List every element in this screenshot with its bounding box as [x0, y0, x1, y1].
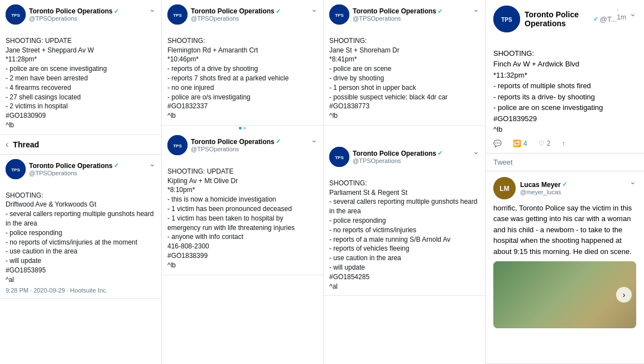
thread-verified-3: ✓	[438, 150, 443, 157]
heart-icon: ♡	[539, 140, 545, 147]
expanded-chevron[interactable]: ⌄	[629, 9, 636, 18]
thread-avatar-1: TPS	[6, 159, 26, 179]
expanded-verified: ✓	[593, 16, 598, 23]
thread-chevron-3[interactable]: ⌄	[473, 147, 479, 156]
dot-1	[239, 127, 242, 130]
retweet-count: 4	[523, 140, 527, 147]
chevron-2[interactable]: ⌄	[311, 4, 318, 13]
svg-text:TPS: TPS	[335, 155, 344, 160]
avatar-1: TPS	[6, 4, 26, 25]
chevron-3[interactable]: ⌄	[473, 4, 479, 13]
thread-verified-1: ✓	[114, 162, 119, 169]
thread-tweet-header-2: TPS Toronto Police Operations ✓ @TPSOper…	[167, 135, 318, 155]
tweet-item-1: TPS Toronto Police Operations ✓ @TPSOper…	[0, 0, 161, 135]
response-chevron[interactable]: ⌄	[629, 177, 636, 186]
tweet-header-1: TPS Toronto Police Operations ✓ @TPSOper…	[6, 4, 156, 25]
expanded-panel: TPS Toronto Police Operations ✓ @T...	[486, 0, 644, 364]
tweet-header-left-2: TPS Toronto Police Operations ✓ @TPSOper…	[167, 4, 281, 25]
reply-section: Tweet	[486, 154, 644, 171]
thread-tweet-header-left-3: TPS Toronto Police Operations ✓ @TPSOper…	[329, 147, 443, 167]
reply-action[interactable]: 💬	[493, 140, 502, 147]
response-verified: ✓	[562, 181, 567, 188]
svg-text:TPS: TPS	[11, 13, 20, 18]
image-placeholder	[493, 261, 636, 328]
tweet-column-1: TPS Toronto Police Operations ✓ @TPSOper…	[162, 0, 324, 364]
like-count: 2	[547, 140, 551, 147]
verified-badge-2: ✓	[276, 8, 281, 15]
thread-tweet-header-1: TPS Toronto Police Operations ✓ @TPSOper…	[6, 159, 156, 179]
verified-badge-3: ✓	[438, 8, 443, 15]
retweet-action[interactable]: 🔁 4	[513, 140, 527, 147]
thread-tweet-header-left-1: TPS Toronto Police Operations ✓ @TPSOper…	[6, 159, 119, 179]
tweet-header-left-3: TPS Toronto Police Operations ✓ @TPSOper…	[329, 4, 443, 25]
expanded-header: TPS Toronto Police Operations ✓ @T...	[493, 6, 636, 32]
expanded-account-name: Toronto Police Operations ✓ @T...	[525, 10, 617, 28]
retweet-icon: 🔁	[513, 140, 521, 147]
thread-avatar-3: TPS	[329, 147, 349, 167]
avatar-2: TPS	[167, 4, 188, 25]
expanded-account-info: Toronto Police Operations ✓ @T...	[525, 10, 617, 28]
share-icon: ↑	[561, 140, 565, 147]
thread-header: ‹ Thread	[0, 135, 161, 155]
response-image: ›	[493, 261, 636, 328]
avatar-3: TPS	[329, 4, 349, 25]
response-header-left: LM Lucas Meyer ✓ @meyer_lucas	[493, 177, 567, 199]
expanded-header-left: TPS Toronto Police Operations ✓ @T...	[493, 6, 617, 32]
account-name-1: Toronto Police Operations ✓	[29, 7, 119, 15]
thread-verified-2: ✓	[276, 138, 281, 145]
tweet-header-3: TPS Toronto Police Operations ✓ @TPSOper…	[329, 4, 479, 25]
thread-account-name-3: Toronto Police Operations ✓	[353, 150, 443, 157]
tweet-header-left-1: TPS Toronto Police Operations ✓ @TPSOper…	[6, 4, 119, 25]
thread-account-name-1: Toronto Police Operations ✓	[29, 162, 119, 170]
like-action[interactable]: ♡ 2	[539, 140, 551, 147]
thread-tweet-1: TPS Toronto Police Operations ✓ @TPSOper…	[0, 155, 161, 299]
thread-tweet-header-left-2: TPS Toronto Police Operations ✓ @TPSOper…	[167, 135, 281, 155]
account-handle-2: @TPSOperations	[191, 15, 281, 22]
account-handle-3: @TPSOperations	[353, 15, 443, 22]
expanded-avatar: TPS	[493, 6, 520, 32]
next-image-button[interactable]: ›	[616, 287, 632, 303]
thread-chevron-2[interactable]: ⌄	[311, 135, 318, 144]
tweet-column-2: TPS Toronto Police Operations ✓ @TPSOper…	[324, 0, 486, 364]
thread-account-info-1: Toronto Police Operations ✓ @TPSOperatio…	[29, 162, 119, 176]
account-name-2: Toronto Police Operations ✓	[191, 7, 281, 15]
thread-account-info-3: Toronto Police Operations ✓ @TPSOperatio…	[353, 150, 443, 164]
thread-title: Thread	[13, 140, 39, 149]
account-handle-1: @TPSOperations	[29, 15, 119, 22]
thread-chevron-1[interactable]: ⌄	[149, 159, 156, 168]
response-account-handle: @meyer_lucas	[520, 189, 567, 195]
response-header: LM Lucas Meyer ✓ @meyer_lucas ⌄	[493, 177, 636, 199]
thread-tweet-2: TPS Toronto Police Operations ✓ @TPSOper…	[162, 131, 323, 275]
account-info-1: Toronto Police Operations ✓ @TPSOperatio…	[29, 7, 119, 22]
chevron-down-icon-1[interactable]: ⌄	[149, 4, 156, 13]
thread-avatar-2: TPS	[167, 135, 188, 155]
thread-panel: TPS Toronto Police Operations ✓ @TPSOper…	[0, 0, 162, 364]
tweet-header-2: TPS Toronto Police Operations ✓ @TPSOper…	[167, 4, 318, 25]
response-tweet: LM Lucas Meyer ✓ @meyer_lucas ⌄	[486, 171, 644, 365]
main-container: TPS Toronto Police Operations ✓ @TPSOper…	[0, 0, 644, 364]
expanded-header-right: · 1m ⌄	[617, 6, 636, 21]
svg-text:LM: LM	[499, 185, 509, 193]
thread-account-handle-1: @TPSOperations	[29, 170, 119, 176]
expanded-timestamp: · 1m	[617, 6, 626, 21]
thread-account-handle-2: @TPSOperations	[191, 146, 281, 152]
share-action[interactable]: ↑	[561, 140, 565, 147]
expanded-tweet: TPS Toronto Police Operations ✓ @T...	[486, 0, 644, 154]
response-account-info: Lucas Meyer ✓ @meyer_lucas	[520, 181, 567, 195]
thread-tweet-text-1: SHOOTING: Driftwood Ave & Yorkwoods Gt -…	[6, 181, 156, 285]
back-arrow[interactable]: ‹	[6, 140, 8, 150]
thread-tweet-text-3: SHOOTING: Parliament St & Regent St - se…	[329, 169, 479, 291]
tweet-text-1: SHOOTING: UPDATE Jane Street + Sheppard …	[6, 27, 156, 130]
thread-tweet-timestamp-1: 9:28 PM · 2020-09-29 · Hootsuite Inc.	[6, 287, 156, 294]
thread-account-name-2: Toronto Police Operations ✓	[191, 138, 281, 146]
svg-text:TPS: TPS	[335, 13, 344, 18]
thread-account-handle-3: @TPSOperations	[353, 157, 443, 164]
indicator-dots	[162, 126, 323, 131]
verified-badge-1: ✓	[114, 8, 119, 15]
thread-tweet-header-3: TPS Toronto Police Operations ✓ @TPSOper…	[329, 147, 479, 167]
account-info-2: Toronto Police Operations ✓ @TPSOperatio…	[191, 7, 281, 22]
dot-2	[243, 127, 246, 130]
tweet-label: Tweet	[493, 158, 513, 166]
tweet-2: TPS Toronto Police Operations ✓ @TPSOper…	[162, 0, 323, 126]
thread-account-info-2: Toronto Police Operations ✓ @TPSOperatio…	[191, 138, 281, 152]
